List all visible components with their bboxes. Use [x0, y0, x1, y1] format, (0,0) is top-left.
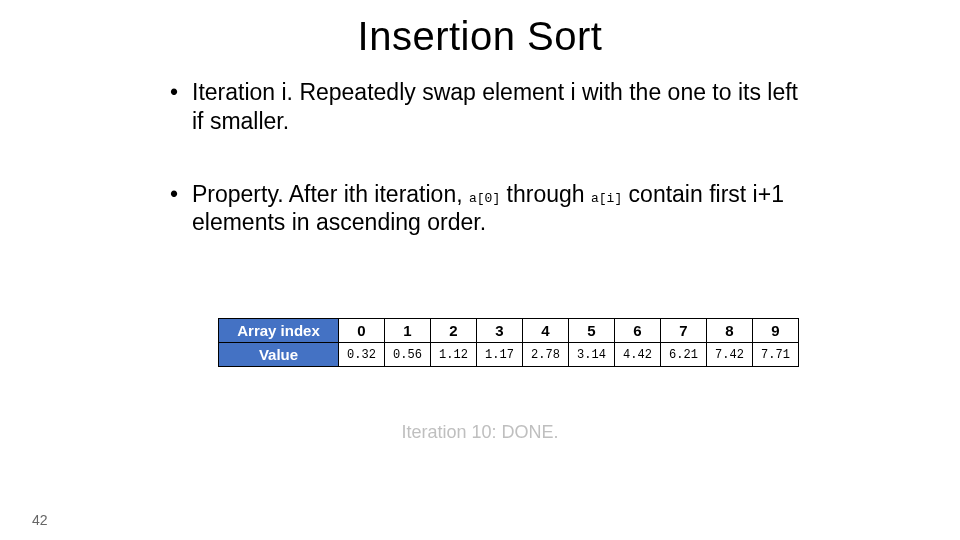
idx-cell: 1: [385, 319, 431, 343]
bullet-property-text-b: through: [500, 181, 591, 207]
val-cell: 2.78: [523, 343, 569, 367]
idx-cell: 6: [615, 319, 661, 343]
page-title: Insertion Sort: [0, 14, 960, 59]
array-table: Array index 0 1 2 3 4 5 6 7 8 9 Value 0.…: [218, 318, 799, 367]
val-cell: 6.21: [661, 343, 707, 367]
idx-cell: 2: [431, 319, 477, 343]
idx-cell: 3: [477, 319, 523, 343]
val-cell: 3.14: [569, 343, 615, 367]
idx-cell: 9: [753, 319, 799, 343]
val-cell: 1.17: [477, 343, 523, 367]
code-ai: a[i]: [591, 191, 622, 206]
row-label-value: Value: [219, 343, 339, 367]
val-cell: 4.42: [615, 343, 661, 367]
row-label-index: Array index: [219, 319, 339, 343]
idx-cell: 8: [707, 319, 753, 343]
idx-cell: 5: [569, 319, 615, 343]
bullet-property-text-a: Property. After ith iteration,: [192, 181, 469, 207]
bullet-iteration-text: Iteration i. Repeatedly swap element i w…: [192, 79, 798, 134]
val-cell: 7.42: [707, 343, 753, 367]
table-row: Value 0.32 0.56 1.12 1.17 2.78 3.14 4.42…: [219, 343, 799, 367]
val-cell: 0.32: [339, 343, 385, 367]
bullet-iteration: Iteration i. Repeatedly swap element i w…: [170, 78, 810, 136]
body-text: Iteration i. Repeatedly swap element i w…: [170, 78, 810, 281]
bullet-property: Property. After ith iteration, a[0] thro…: [170, 180, 810, 238]
iteration-caption: Iteration 10: DONE.: [0, 422, 960, 443]
idx-cell: 0: [339, 319, 385, 343]
val-cell: 0.56: [385, 343, 431, 367]
page-number: 42: [32, 512, 48, 528]
idx-cell: 7: [661, 319, 707, 343]
val-cell: 7.71: [753, 343, 799, 367]
val-cell: 1.12: [431, 343, 477, 367]
slide: Insertion Sort Iteration i. Repeatedly s…: [0, 0, 960, 540]
code-a0: a[0]: [469, 191, 500, 206]
idx-cell: 4: [523, 319, 569, 343]
table-row: Array index 0 1 2 3 4 5 6 7 8 9: [219, 319, 799, 343]
